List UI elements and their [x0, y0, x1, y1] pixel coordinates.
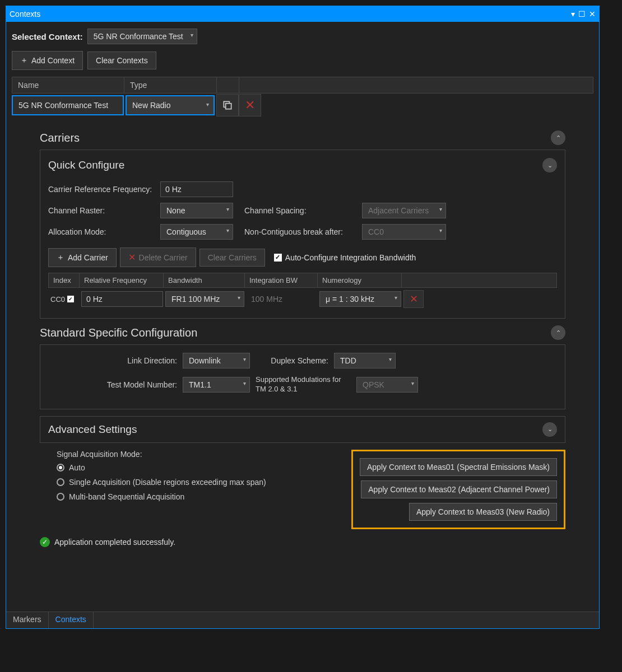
context-name-cell[interactable]: 5G NR Conformance Test: [12, 95, 124, 115]
col-del: [402, 273, 422, 287]
bottom-tabs: Markers Contexts: [6, 612, 599, 628]
close-icon[interactable]: ✕: [589, 10, 596, 18]
x-icon: ✕: [410, 293, 418, 305]
delete-carrier-button[interactable]: ✕ Delete Carrier: [120, 248, 196, 267]
carriers-header: Carriers ⌃: [40, 130, 565, 145]
titlebar: Contexts ▾ ☐ ✕: [6, 6, 599, 22]
alloc-row: Allocation Mode: Contiguous Non-Contiguo…: [48, 224, 557, 240]
context-toolbar: ＋ Add Context Clear Contexts: [12, 51, 593, 70]
apply-context-box: Apply Context to Meas01 (Spectral Emissi…: [351, 450, 565, 529]
link-direction-row: Link Direction: Downlink Duplex Scheme: …: [48, 353, 557, 368]
clear-carriers-button[interactable]: Clear Carriers: [199, 249, 265, 267]
carrier-toolbar: ＋ Add Carrier ✕ Delete Carrier Clear Car…: [48, 248, 557, 267]
col-delete: [239, 77, 262, 93]
carrier-table-header: Index Relative Frequency Bandwidth Integ…: [48, 273, 557, 288]
signal-acq-label: Signal Acquisition Mode:: [57, 450, 329, 459]
raster-dropdown[interactable]: None: [160, 203, 233, 218]
plus-icon: ＋: [20, 55, 28, 66]
chevron-up-icon: ⌃: [556, 329, 561, 337]
window-title: Contexts: [10, 10, 40, 18]
quick-configure-title: Quick Configure: [48, 159, 124, 171]
dropdown-icon[interactable]: ▾: [571, 10, 575, 18]
carrier-enabled-checkbox[interactable]: ✓: [67, 296, 74, 302]
test-model-label: Test Model Number:: [99, 380, 177, 389]
std-config-title: Standard Specific Configuration: [40, 326, 197, 339]
success-icon: ✓: [40, 537, 50, 547]
svg-rect-1: [226, 104, 231, 109]
copy-context-button[interactable]: [216, 94, 239, 116]
bandwidth-dropdown[interactable]: FR1 100 MHz: [165, 291, 244, 307]
radio-single-row[interactable]: Single Acquisition (Disable regions exce…: [57, 478, 329, 487]
tab-contexts[interactable]: Contexts: [49, 612, 94, 628]
col-relfreq: Relative Frequency: [80, 273, 164, 287]
col-index: Index: [49, 273, 80, 287]
add-context-label: Add Context: [31, 56, 75, 65]
quick-configure-collapse-button[interactable]: ⌄: [542, 158, 557, 172]
status-text: Application completed successfuly.: [54, 538, 175, 547]
radio-auto-row[interactable]: Auto: [57, 463, 329, 472]
plus-icon: ＋: [57, 253, 64, 263]
col-numerology: Numerology: [318, 273, 402, 287]
tab-markers[interactable]: Markers: [6, 612, 49, 628]
quick-configure-header: Quick Configure ⌄: [48, 158, 557, 172]
modulations-label: Supported Modulations for TM 2.0 & 3.1: [256, 375, 351, 394]
col-type: Type: [124, 77, 217, 93]
link-direction-label: Link Direction:: [99, 356, 177, 365]
radio-auto-label: Auto: [69, 463, 85, 472]
apply-meas01-button[interactable]: Apply Context to Meas01 (Spectral Emissi…: [360, 458, 557, 476]
carriers-panel: Quick Configure ⌄ Carrier Reference Freq…: [40, 150, 565, 319]
delete-carrier-row-button[interactable]: ✕: [403, 290, 424, 308]
carrier-index: CC0: [50, 295, 65, 304]
radio-multiband-label: Multi-band Sequential Acquisition: [69, 492, 184, 501]
auto-config-checkbox[interactable]: ✓: [274, 254, 282, 262]
carrier-index-cell: CC0 ✓: [48, 295, 79, 304]
context-table-row: 5G NR Conformance Test New Radio ✕: [12, 94, 593, 117]
crf-label: Carrier Reference Frequency:: [48, 185, 155, 194]
carriers-title: Carriers: [40, 132, 80, 144]
add-carrier-button[interactable]: ＋ Add Carrier: [48, 248, 117, 267]
selected-context-label: Selected Context:: [12, 32, 83, 41]
radio-multiband-row[interactable]: Multi-band Sequential Acquisition: [57, 492, 329, 501]
carriers-collapse-button[interactable]: ⌃: [551, 130, 565, 145]
col-spacer2: [422, 273, 556, 287]
alloc-label: Allocation Mode:: [48, 227, 155, 236]
crf-input[interactable]: 0 Hz: [160, 181, 233, 197]
clear-contexts-button[interactable]: Clear Contexts: [87, 52, 156, 69]
duplex-label: Duplex Scheme:: [256, 356, 328, 365]
selected-context-dropdown[interactable]: 5G NR Conformance Test: [87, 29, 197, 44]
integration-bw-value: 100 MHz: [247, 292, 317, 306]
apply-meas02-button[interactable]: Apply Context to Meas02 (Adjacent Channe…: [361, 480, 557, 498]
maximize-icon[interactable]: ☐: [578, 10, 586, 18]
col-spacer: [262, 77, 593, 93]
modulations-dropdown[interactable]: QPSK: [356, 377, 418, 393]
auto-config-label: Auto-Configure Integration Bandwidth: [285, 253, 416, 262]
link-direction-dropdown[interactable]: Downlink: [183, 353, 250, 368]
radio-single[interactable]: [57, 478, 64, 486]
x-icon: ✕: [245, 98, 255, 113]
break-dropdown[interactable]: CC0: [362, 224, 446, 240]
alloc-dropdown[interactable]: Contiguous: [160, 224, 233, 240]
numerology-dropdown[interactable]: μ = 1 : 30 kHz: [319, 291, 401, 307]
context-type-dropdown[interactable]: New Radio: [126, 95, 215, 115]
duplex-dropdown[interactable]: TDD: [334, 353, 396, 368]
test-model-dropdown[interactable]: TM1.1: [183, 377, 250, 393]
col-copy: [217, 77, 239, 93]
relfreq-input[interactable]: 0 Hz: [81, 291, 163, 307]
delete-context-button[interactable]: ✕: [239, 94, 261, 116]
spacing-dropdown[interactable]: Adjacent Carriers: [362, 203, 446, 218]
apply-meas03-button[interactable]: Apply Context to Meas03 (New Radio): [409, 503, 557, 521]
radio-multiband[interactable]: [57, 493, 64, 501]
advanced-collapse-button[interactable]: ⌄: [542, 422, 557, 437]
std-config-collapse-button[interactable]: ⌃: [551, 325, 565, 340]
selected-context-row: Selected Context: 5G NR Conformance Test: [12, 29, 593, 44]
panel-body: Selected Context: 5G NR Conformance Test…: [6, 22, 599, 612]
spacing-label: Channel Spacing:: [244, 206, 356, 215]
chevron-down-icon: ⌄: [547, 426, 553, 433]
context-type-cell: New Radio: [124, 94, 216, 117]
add-context-button[interactable]: ＋ Add Context: [12, 51, 83, 70]
advanced-header: Advanced Settings ⌄: [48, 422, 557, 437]
bottom-row: Signal Acquisition Mode: Auto Single Acq…: [40, 450, 565, 529]
window-controls: ▾ ☐ ✕: [571, 10, 596, 18]
chevron-down-icon: ⌄: [547, 162, 553, 169]
radio-auto[interactable]: [57, 464, 64, 472]
